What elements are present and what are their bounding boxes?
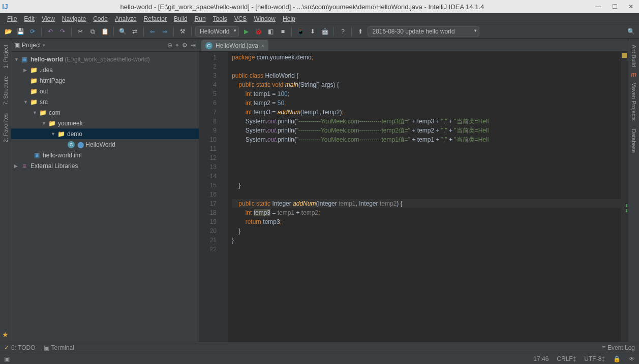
status-lock-icon[interactable]: 🔒 (613, 355, 621, 362)
stop-icon[interactable]: ■ (278, 26, 288, 37)
left-tool-strip: 1: Project 7: Structure 2: Favorites ★ (0, 39, 11, 342)
separator (143, 27, 144, 36)
titlebar: IJ hello-world - [E:\git_work_space\hell… (0, 0, 639, 13)
project-view-icon: ▣ (14, 42, 20, 49)
menu-build[interactable]: Build (171, 14, 191, 23)
editor-body[interactable]: 12345678910111213141516171819202122 pack… (199, 52, 628, 342)
status-encoding[interactable]: UTF-8‡ (584, 355, 605, 362)
avd-icon[interactable]: 📱 (295, 26, 306, 37)
menu-window[interactable]: Window (251, 14, 279, 23)
bottom-tab-todo[interactable]: ✓6: TODO (4, 344, 36, 351)
menu-file[interactable]: File (4, 14, 20, 23)
maximize-button[interactable]: ☐ (608, 3, 621, 10)
menu-code[interactable]: Code (90, 14, 111, 23)
minimize-button[interactable]: — (592, 3, 604, 10)
coverage-icon[interactable]: ◧ (265, 26, 276, 37)
status-time: 17:46 (533, 355, 549, 362)
collapse-all-icon[interactable]: ⊖ (167, 42, 172, 49)
project-panel-header: ▣ Project ▾ ⊖ ⌖ ⚙ ⇥ (11, 39, 199, 52)
separator (113, 27, 114, 36)
change-mark-icon[interactable] (626, 204, 627, 207)
copy-icon[interactable]: ⧉ (87, 26, 98, 37)
tree-external-libraries[interactable]: ▶≡ External Libraries (11, 160, 199, 171)
replace-icon[interactable]: ⇄ (130, 26, 140, 37)
editor-tab-helloworld[interactable]: C HelloWorld.java × (201, 40, 268, 51)
tree-out[interactable]: 📁 out (11, 86, 199, 96)
menu-analyze[interactable]: Analyze (112, 14, 140, 23)
project-panel-title[interactable]: Project (22, 42, 41, 49)
android-icon[interactable]: 🤖 (320, 26, 330, 37)
bottom-tab-terminal[interactable]: ▣Terminal (44, 344, 74, 351)
sidebar-tab-ant[interactable]: Ant Build (630, 41, 638, 71)
project-tree[interactable]: ▼▣ hello-world (E:\git_work_space\hello-… (11, 52, 199, 342)
menu-vcs[interactable]: VCS (231, 14, 250, 23)
save-all-icon[interactable]: 💾 (15, 26, 25, 37)
tree-helloworld-class[interactable]: C ⬤ HelloWorld (11, 139, 199, 150)
open-icon[interactable]: 📂 (3, 26, 13, 37)
vcs-update-icon[interactable]: ⬆ (355, 26, 366, 37)
vcs-changes-dropdown[interactable]: 2015-08-30 update hello world (368, 26, 479, 37)
back-icon[interactable]: ⇐ (147, 26, 158, 37)
tree-root-path: (E:\git_work_space\hello-world) (65, 56, 149, 63)
chevron-down-icon[interactable]: ▾ (43, 43, 45, 48)
status-line-separator[interactable]: CRLF‡ (557, 355, 576, 362)
intellij-logo-icon: IJ (2, 3, 8, 11)
forward-icon[interactable]: ⇒ (160, 26, 170, 37)
hide-panel-icon[interactable]: ⇥ (191, 42, 196, 49)
menu-refactor[interactable]: Refactor (141, 14, 170, 23)
close-tab-icon[interactable]: × (261, 43, 264, 49)
editor-area: C HelloWorld.java × 12345678910111213141… (199, 39, 628, 342)
gutter-marks (221, 52, 228, 342)
tree-iml[interactable]: ▣ hello-world.iml (11, 150, 199, 160)
main-area: 1: Project 7: Structure 2: Favorites ★ ▣… (0, 39, 639, 342)
favorites-star-icon[interactable]: ★ (2, 330, 9, 339)
separator (333, 27, 334, 36)
menu-help[interactable]: Help (280, 14, 298, 23)
menu-tools[interactable]: Tools (210, 14, 230, 23)
tree-root[interactable]: ▼▣ hello-world (E:\git_work_space\hello-… (11, 54, 199, 64)
bottom-tab-event-log[interactable]: ≡Event Log (602, 344, 635, 351)
debug-icon[interactable]: 🐞 (253, 26, 263, 37)
change-mark-icon[interactable] (626, 209, 627, 212)
sidebar-tab-database[interactable]: Database (630, 125, 638, 157)
warning-indicator-icon[interactable] (622, 53, 627, 58)
close-button[interactable]: ✕ (625, 3, 637, 10)
sidebar-tab-project[interactable]: 1: Project (2, 41, 10, 72)
class-icon: C (68, 141, 75, 148)
sync-icon[interactable]: ⟳ (27, 26, 38, 37)
make-project-icon[interactable]: ⚒ (177, 26, 188, 37)
scroll-to-source-icon[interactable]: ⌖ (175, 42, 179, 49)
status-inspection-icon[interactable]: 👁 (629, 355, 635, 362)
separator (351, 27, 352, 36)
help-icon[interactable]: ? (338, 26, 348, 37)
sdk-icon[interactable]: ⬇ (308, 26, 318, 37)
sidebar-tab-maven[interactable]: Maven Projects (630, 78, 638, 125)
settings-gear-icon[interactable]: ⚙ (182, 42, 188, 49)
paste-icon[interactable]: 📋 (100, 26, 110, 37)
sidebar-tab-favorites[interactable]: 2: Favorites (2, 109, 10, 146)
menu-navigate[interactable]: Navigate (59, 14, 89, 23)
menu-run[interactable]: Run (192, 14, 209, 23)
right-tool-strip: Ant Build m Maven Projects Database (628, 39, 639, 342)
tree-idea[interactable]: ▶📁 .idea (11, 64, 199, 75)
code-area[interactable]: package com.youmeek.demo; public class H… (228, 52, 621, 342)
tree-demo[interactable]: ▼📁 demo (11, 128, 199, 139)
run-config-dropdown[interactable]: HelloWorld (195, 26, 239, 37)
error-stripe[interactable] (621, 52, 628, 342)
tool-window-quick-access-icon[interactable]: ▣ (4, 355, 10, 362)
menu-edit[interactable]: Edit (21, 14, 38, 23)
menu-view[interactable]: View (39, 14, 58, 23)
redo-icon[interactable]: ↷ (57, 26, 68, 37)
sidebar-tab-structure[interactable]: 7: Structure (2, 72, 10, 109)
tree-youmeek[interactable]: ▼📁 youmeek (11, 118, 199, 128)
run-icon[interactable]: ▶ (241, 26, 251, 37)
search-everywhere-icon[interactable]: 🔍 (626, 26, 636, 37)
tree-src[interactable]: ▼📁 src (11, 96, 199, 107)
find-icon[interactable]: 🔍 (117, 26, 128, 37)
undo-icon[interactable]: ↶ (45, 26, 55, 37)
cut-icon[interactable]: ✂ (75, 26, 85, 37)
tree-htmlpage[interactable]: 📁 htmlPage (11, 75, 199, 86)
terminal-icon: ▣ (44, 344, 49, 351)
line-number-gutter[interactable]: 12345678910111213141516171819202122 (199, 52, 221, 342)
tree-com[interactable]: ▼📁 com (11, 107, 199, 118)
